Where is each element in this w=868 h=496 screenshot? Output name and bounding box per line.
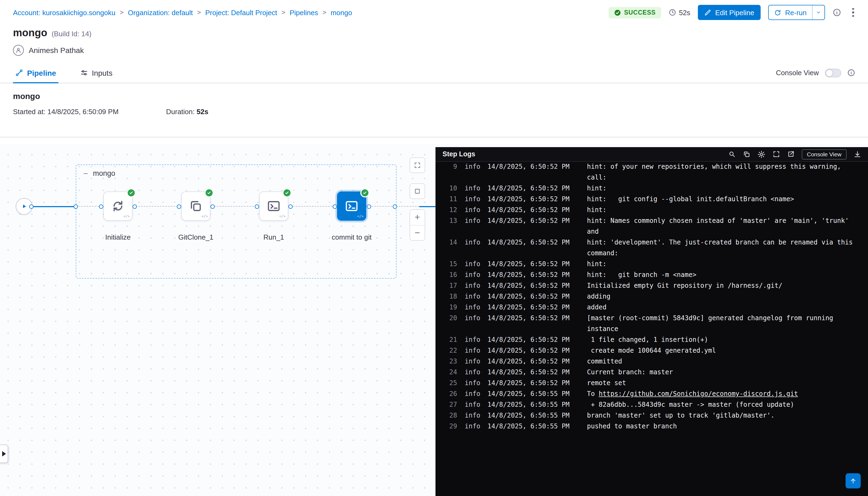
- search-icon[interactable]: [728, 150, 736, 158]
- log-message: hint: 'development'. The just-created br…: [587, 237, 859, 259]
- author-name: Animesh Pathak: [29, 46, 84, 55]
- log-message: create mode 100644 generated.yml: [587, 345, 859, 356]
- breadcrumb-separator: >: [197, 9, 201, 16]
- started-at: Started at: 14/8/2025, 6:50:09 PM: [13, 108, 166, 116]
- collapse-stage-icon[interactable]: −: [83, 169, 88, 177]
- status-badge: SUCCESS: [608, 7, 661, 18]
- code-icon: </>: [357, 214, 364, 218]
- clock-icon: [669, 9, 676, 16]
- log-message: adding: [587, 291, 859, 302]
- terminal-icon: [345, 199, 359, 213]
- log-row: 22info14/8/2025, 6:50:52 PM create mode …: [446, 345, 859, 356]
- step-logs-panel: Step Logs Console View 9info14/8/2025, 6…: [435, 147, 868, 496]
- success-check-icon: [360, 188, 370, 198]
- connector-dot: [211, 204, 215, 208]
- fit-to-screen-button[interactable]: [409, 157, 425, 173]
- build-id: (Build Id: 14): [52, 30, 91, 38]
- log-rows: 9info14/8/2025, 6:50:52 PMhint: of your …: [435, 162, 868, 496]
- expand-left-panel-handle[interactable]: [0, 445, 8, 463]
- clone-icon: [189, 199, 203, 213]
- top-bar: Account: kurosakiichigo.songoku> Organiz…: [0, 0, 868, 25]
- breadcrumb-pipelines[interactable]: Pipelines: [290, 9, 319, 16]
- breadcrumb-account[interactable]: Account: kurosakiichigo.songoku: [13, 9, 115, 16]
- success-check-icon: [127, 188, 136, 198]
- breadcrumb-project[interactable]: Project: Default Project: [205, 9, 277, 16]
- step-node-run[interactable]: </> Run_1: [259, 191, 288, 221]
- log-link[interactable]: https://github.com/Sonichigo/economy-dis…: [599, 390, 798, 398]
- breadcrumb: Account: kurosakiichigo.songoku> Organiz…: [13, 9, 352, 16]
- info-icon[interactable]: [833, 8, 841, 17]
- copy-icon[interactable]: [743, 150, 750, 158]
- open-in-new-icon[interactable]: [787, 150, 795, 158]
- info-icon[interactable]: [847, 69, 855, 77]
- inputs-icon: [80, 69, 88, 77]
- log-message: remote set: [587, 377, 859, 388]
- success-check-icon: [204, 188, 214, 198]
- log-message: hint: Names commonly chosen instead of '…: [587, 215, 859, 237]
- connector-dot: [255, 204, 259, 208]
- step-node-initialize[interactable]: </> Initialize: [103, 191, 133, 221]
- log-message: hint: git config --global init.defaultBr…: [587, 193, 859, 204]
- rerun-button[interactable]: Re-run: [769, 5, 825, 20]
- log-message: pushed to master branch: [587, 421, 859, 432]
- tab-bar: Pipeline Inputs Console View: [0, 63, 868, 83]
- author: Animesh Pathak: [0, 45, 868, 56]
- download-icon[interactable]: [853, 150, 861, 158]
- connector-dot: [288, 204, 293, 208]
- zoom-controls: + −: [409, 209, 425, 241]
- chevron-right-icon: [2, 451, 6, 456]
- duration-indicator: 52s: [669, 9, 690, 16]
- step-label: GitClone_1: [178, 233, 213, 241]
- step-node-gitclone[interactable]: </> GitClone_1: [181, 191, 211, 221]
- success-check-icon: [282, 188, 292, 198]
- app-root: Account: kurosakiichigo.songoku> Organiz…: [0, 0, 868, 496]
- log-message: hint: of your new repositories, which wi…: [587, 162, 859, 183]
- user-avatar-icon: [13, 45, 24, 56]
- flow-line-end: [419, 206, 436, 207]
- log-row: 19info14/8/2025, 6:50:52 PMadded: [446, 302, 859, 313]
- connector-dot: [393, 204, 397, 208]
- log-message: + 82a6dbb...5843d9c master -> master (fo…: [587, 399, 859, 410]
- tab-pipeline[interactable]: Pipeline: [13, 63, 58, 83]
- connector-dot: [177, 204, 181, 208]
- console-view-toggle[interactable]: [825, 68, 841, 77]
- stage-name: mongo: [13, 91, 855, 100]
- log-row: 14info14/8/2025, 6:50:52 PMhint: 'develo…: [446, 237, 859, 259]
- log-row: 29info14/8/2025, 6:50:55 PMpushed to mas…: [446, 421, 859, 432]
- step-logs-title: Step Logs: [443, 150, 475, 158]
- flow-line-start: [31, 206, 76, 207]
- more-options-button[interactable]: [849, 7, 857, 18]
- breadcrumb-organization[interactable]: Organization: default: [128, 9, 193, 16]
- log-row: 20info14/8/2025, 6:50:52 PM[master (root…: [446, 313, 859, 334]
- console-view-button[interactable]: Console View: [802, 149, 846, 159]
- breadcrumb-separator: >: [120, 9, 124, 16]
- log-row: 25info14/8/2025, 6:50:52 PMremote set: [446, 377, 859, 388]
- connector-dot: [367, 204, 371, 208]
- zoom-in-button[interactable]: +: [410, 210, 425, 225]
- content: − mongo </> Initialize: [0, 144, 868, 496]
- log-row: 12info14/8/2025, 6:50:52 PMhint:: [446, 204, 859, 215]
- reset-view-button[interactable]: [409, 183, 425, 199]
- stage-container[interactable]: − mongo: [76, 165, 397, 279]
- zoom-out-button[interactable]: −: [410, 225, 425, 240]
- pipeline-icon: [15, 69, 23, 77]
- stage-label: mongo: [93, 169, 115, 177]
- scroll-to-top-button[interactable]: [845, 473, 861, 489]
- log-message: branch 'master' set up to track 'gitlab/…: [587, 410, 859, 421]
- check-circle-icon: [614, 9, 621, 16]
- connector-dot: [133, 204, 137, 208]
- log-row: 9info14/8/2025, 6:50:52 PMhint: of your …: [446, 162, 859, 183]
- edit-pipeline-button[interactable]: Edit Pipeline: [698, 5, 761, 20]
- log-message: committed: [587, 356, 859, 367]
- breadcrumb-pipeline-name[interactable]: mongo: [330, 9, 352, 16]
- tab-inputs[interactable]: Inputs: [78, 63, 114, 83]
- play-icon: [20, 203, 28, 210]
- settings-icon[interactable]: [758, 150, 766, 158]
- log-message: hint:: [587, 183, 859, 193]
- step-node-commit-to-git[interactable]: </> commit to git: [337, 191, 366, 221]
- log-row: 24info14/8/2025, 6:50:52 PMCurrent branc…: [446, 367, 859, 377]
- fullscreen-icon[interactable]: [773, 150, 780, 158]
- log-message: Initialized empty Git repository in /har…: [587, 280, 859, 291]
- connector-dot: [99, 204, 103, 208]
- chevron-down-icon[interactable]: [812, 5, 824, 19]
